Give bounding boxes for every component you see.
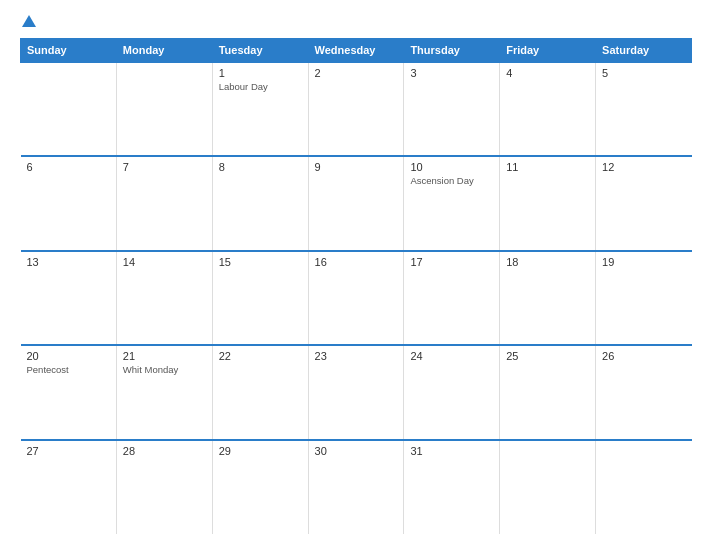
calendar-cell bbox=[596, 440, 692, 534]
calendar-cell: 17 bbox=[404, 251, 500, 345]
calendar-cell: 7 bbox=[116, 156, 212, 250]
day-number: 1 bbox=[219, 67, 302, 79]
calendar-cell: 18 bbox=[500, 251, 596, 345]
calendar-cell: 13 bbox=[21, 251, 117, 345]
week-row-5: 2728293031 bbox=[21, 440, 692, 534]
calendar-cell: 30 bbox=[308, 440, 404, 534]
day-number: 2 bbox=[315, 67, 398, 79]
calendar-cell: 3 bbox=[404, 62, 500, 156]
weekday-header-friday: Friday bbox=[500, 39, 596, 63]
day-number: 18 bbox=[506, 256, 589, 268]
header bbox=[20, 16, 692, 28]
calendar-cell: 4 bbox=[500, 62, 596, 156]
day-number: 30 bbox=[315, 445, 398, 457]
day-number: 7 bbox=[123, 161, 206, 173]
day-number: 8 bbox=[219, 161, 302, 173]
calendar-cell: 19 bbox=[596, 251, 692, 345]
week-row-4: 20Pentecost21Whit Monday2223242526 bbox=[21, 345, 692, 439]
day-number: 12 bbox=[602, 161, 685, 173]
day-number: 28 bbox=[123, 445, 206, 457]
calendar-cell bbox=[116, 62, 212, 156]
day-number: 13 bbox=[27, 256, 110, 268]
calendar-cell bbox=[21, 62, 117, 156]
day-number: 3 bbox=[410, 67, 493, 79]
day-number: 23 bbox=[315, 350, 398, 362]
day-number: 11 bbox=[506, 161, 589, 173]
calendar-cell: 6 bbox=[21, 156, 117, 250]
day-number: 4 bbox=[506, 67, 589, 79]
calendar-cell: 21Whit Monday bbox=[116, 345, 212, 439]
calendar-cell: 24 bbox=[404, 345, 500, 439]
calendar-cell: 27 bbox=[21, 440, 117, 534]
holiday-label: Whit Monday bbox=[123, 364, 206, 375]
day-number: 19 bbox=[602, 256, 685, 268]
calendar-cell: 14 bbox=[116, 251, 212, 345]
calendar-cell: 26 bbox=[596, 345, 692, 439]
day-number: 25 bbox=[506, 350, 589, 362]
logo bbox=[20, 16, 36, 28]
weekday-header-monday: Monday bbox=[116, 39, 212, 63]
day-number: 21 bbox=[123, 350, 206, 362]
day-number: 17 bbox=[410, 256, 493, 268]
day-number: 10 bbox=[410, 161, 493, 173]
weekday-header-tuesday: Tuesday bbox=[212, 39, 308, 63]
calendar-cell: 1Labour Day bbox=[212, 62, 308, 156]
day-number: 22 bbox=[219, 350, 302, 362]
weekday-header-saturday: Saturday bbox=[596, 39, 692, 63]
day-number: 26 bbox=[602, 350, 685, 362]
calendar-cell: 5 bbox=[596, 62, 692, 156]
calendar-page: SundayMondayTuesdayWednesdayThursdayFrid… bbox=[0, 0, 712, 550]
calendar-cell: 22 bbox=[212, 345, 308, 439]
calendar-cell: 12 bbox=[596, 156, 692, 250]
day-number: 15 bbox=[219, 256, 302, 268]
calendar-cell: 10Ascension Day bbox=[404, 156, 500, 250]
logo-triangle-icon bbox=[22, 15, 36, 27]
weekday-header-thursday: Thursday bbox=[404, 39, 500, 63]
day-number: 24 bbox=[410, 350, 493, 362]
calendar-cell: 31 bbox=[404, 440, 500, 534]
week-row-1: 1Labour Day2345 bbox=[21, 62, 692, 156]
holiday-label: Labour Day bbox=[219, 81, 302, 92]
week-row-3: 13141516171819 bbox=[21, 251, 692, 345]
day-number: 6 bbox=[27, 161, 110, 173]
day-number: 16 bbox=[315, 256, 398, 268]
calendar-cell: 8 bbox=[212, 156, 308, 250]
calendar-cell: 23 bbox=[308, 345, 404, 439]
weekday-header-row: SundayMondayTuesdayWednesdayThursdayFrid… bbox=[21, 39, 692, 63]
day-number: 27 bbox=[27, 445, 110, 457]
day-number: 29 bbox=[219, 445, 302, 457]
calendar-cell: 29 bbox=[212, 440, 308, 534]
day-number: 14 bbox=[123, 256, 206, 268]
calendar-table: SundayMondayTuesdayWednesdayThursdayFrid… bbox=[20, 38, 692, 534]
calendar-cell: 9 bbox=[308, 156, 404, 250]
calendar-cell: 16 bbox=[308, 251, 404, 345]
holiday-label: Ascension Day bbox=[410, 175, 493, 186]
day-number: 9 bbox=[315, 161, 398, 173]
day-number: 31 bbox=[410, 445, 493, 457]
weekday-header-sunday: Sunday bbox=[21, 39, 117, 63]
day-number: 5 bbox=[602, 67, 685, 79]
day-number: 20 bbox=[27, 350, 110, 362]
calendar-cell: 20Pentecost bbox=[21, 345, 117, 439]
calendar-cell: 15 bbox=[212, 251, 308, 345]
calendar-cell: 25 bbox=[500, 345, 596, 439]
week-row-2: 678910Ascension Day1112 bbox=[21, 156, 692, 250]
calendar-cell: 2 bbox=[308, 62, 404, 156]
calendar-cell bbox=[500, 440, 596, 534]
calendar-cell: 11 bbox=[500, 156, 596, 250]
calendar-cell: 28 bbox=[116, 440, 212, 534]
holiday-label: Pentecost bbox=[27, 364, 110, 375]
weekday-header-wednesday: Wednesday bbox=[308, 39, 404, 63]
